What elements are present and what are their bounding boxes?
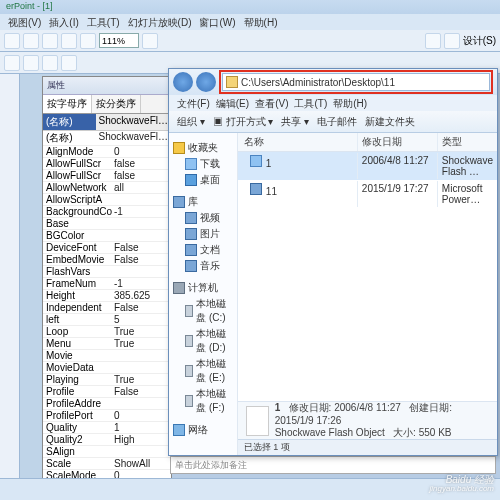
notes-pane[interactable]: 单击此处添加备注	[170, 456, 496, 474]
tab-categorized[interactable]: 按分类序	[92, 95, 141, 113]
property-row[interactable]: EmbedMovieFalse	[43, 254, 171, 266]
nav-item[interactable]: 本地磁盘 (F:)	[196, 387, 233, 415]
toolbar-button[interactable]	[142, 33, 158, 49]
music-icon	[185, 260, 197, 272]
nav-item[interactable]: 本地磁盘 (C:)	[196, 297, 233, 325]
file-list[interactable]: 12006/4/8 11:27Shockwave Flash …112015/1…	[238, 152, 497, 401]
toolbar-button[interactable]	[23, 33, 39, 49]
address-bar[interactable]: C:\Users\Administrator\Desktop\11	[222, 73, 490, 91]
label: 大小:	[393, 427, 416, 438]
property-row[interactable]: MenuTrue	[43, 338, 171, 350]
nav-item[interactable]: 桌面	[200, 173, 220, 187]
nav-favorites[interactable]: 收藏夹	[188, 141, 218, 155]
share-button[interactable]: 共享 ▾	[281, 115, 309, 129]
property-row[interactable]: AllowFullScrfalse	[43, 170, 171, 182]
zoom-combo[interactable]	[99, 33, 139, 48]
nav-libraries[interactable]: 库	[188, 195, 198, 209]
property-row[interactable]: ProfileFalse	[43, 386, 171, 398]
menu-item[interactable]: 帮助(H)	[333, 97, 367, 109]
file-row[interactable]: 112015/1/9 17:27Microsoft Power…	[238, 180, 497, 208]
property-row[interactable]: AllowScriptA	[43, 194, 171, 206]
toolbar-button[interactable]	[80, 33, 96, 49]
menu-item[interactable]: 查看(V)	[255, 97, 288, 109]
property-row[interactable]: DeviceFontFalse	[43, 242, 171, 254]
col-name[interactable]: 名称	[238, 133, 358, 151]
col-type[interactable]: 类型	[438, 133, 497, 151]
openwith-button[interactable]: ▣ 打开方式 ▾	[213, 115, 274, 129]
menu-item[interactable]: 帮助(H)	[242, 16, 280, 28]
menu-item[interactable]: 文件(F)	[177, 97, 210, 109]
property-row[interactable]: FlashVars	[43, 266, 171, 278]
file-row[interactable]: 12006/4/8 11:27Shockwave Flash …	[238, 152, 497, 180]
property-row[interactable]: ScaleShowAll	[43, 458, 171, 470]
back-button[interactable]	[173, 72, 193, 92]
toolbar-button[interactable]	[4, 33, 20, 49]
property-row[interactable]: PlayingTrue	[43, 374, 171, 386]
property-row[interactable]: AlignMode0	[43, 146, 171, 158]
toolbar-button[interactable]	[42, 33, 58, 49]
nav-network[interactable]: 网络	[188, 423, 208, 437]
properties-list[interactable]: (名称)ShockwaveFl…AlignMode0AllowFullScrfa…	[43, 131, 171, 483]
menu-item[interactable]: 窗口(W)	[197, 16, 237, 28]
property-row[interactable]: LoopTrue	[43, 326, 171, 338]
menu-item[interactable]: 工具(T)	[85, 16, 122, 28]
document-icon	[185, 244, 197, 256]
nav-item[interactable]: 文档	[200, 243, 220, 257]
property-row[interactable]: left5	[43, 314, 171, 326]
property-row[interactable]: Base	[43, 218, 171, 230]
toolbar-button[interactable]	[444, 33, 460, 49]
nav-item[interactable]: 下载	[200, 157, 220, 171]
address-highlighted: C:\Users\Administrator\Desktop\11	[219, 70, 493, 94]
email-button[interactable]: 电子邮件	[317, 115, 357, 129]
organize-button[interactable]: 组织 ▾	[177, 115, 205, 129]
newfolder-button[interactable]: 新建文件夹	[365, 115, 415, 129]
toolbar-button[interactable]	[23, 55, 39, 71]
nav-item[interactable]: 视频	[200, 211, 220, 225]
detail-mdate: 2006/4/8 11:27	[334, 402, 401, 413]
col-date[interactable]: 修改日期	[358, 133, 438, 151]
toolbar-button[interactable]	[61, 55, 77, 71]
menu-item[interactable]: 工具(T)	[294, 97, 327, 109]
property-row[interactable]: AllowNetworkall	[43, 182, 171, 194]
property-row[interactable]: BGColor	[43, 230, 171, 242]
property-row[interactable]: SAlign	[43, 446, 171, 458]
disk-icon	[185, 305, 193, 317]
nav-item[interactable]: 本地磁盘 (D:)	[196, 327, 233, 355]
property-row[interactable]: (名称)ShockwaveFl…	[43, 131, 171, 146]
properties-title: 属性	[43, 77, 171, 95]
toolbar-button[interactable]	[42, 55, 58, 71]
explorer-titlebar[interactable]: C:\Users\Administrator\Desktop\11	[169, 69, 497, 95]
property-row[interactable]: MovieData	[43, 362, 171, 374]
design-button[interactable]: 设计(S)	[463, 34, 496, 48]
nav-item[interactable]: 图片	[200, 227, 220, 241]
file-columns-header[interactable]: 名称 修改日期 类型	[238, 133, 497, 152]
property-row[interactable]: FrameNum-1	[43, 278, 171, 290]
nav-item[interactable]: 本地磁盘 (E:)	[196, 357, 233, 385]
property-row[interactable]: Height385.625	[43, 290, 171, 302]
forward-button[interactable]	[196, 72, 216, 92]
property-row[interactable]: BackgroundCo-1	[43, 206, 171, 218]
toolbar-button[interactable]	[61, 33, 77, 49]
toolbar-button[interactable]	[425, 33, 441, 49]
toolbar-button[interactable]	[4, 55, 20, 71]
property-row[interactable]: ProfilePort0	[43, 410, 171, 422]
property-row[interactable]: Quality2High	[43, 434, 171, 446]
property-row[interactable]: Quality1	[43, 422, 171, 434]
property-row[interactable]: ProfileAddre	[43, 398, 171, 410]
menu-item[interactable]: 插入(I)	[47, 16, 80, 28]
tab-alphabetic[interactable]: 按字母序	[43, 95, 92, 113]
label: 创建日期:	[409, 402, 452, 413]
property-row[interactable]: Movie	[43, 350, 171, 362]
property-row[interactable]: IndependentFalse	[43, 302, 171, 314]
menu-item[interactable]: 幻灯片放映(D)	[126, 16, 194, 28]
property-row[interactable]: AllowFullScrfalse	[43, 158, 171, 170]
details-pane: 1 修改日期: 2006/4/8 11:27 创建日期: 2015/1/9 17…	[238, 401, 497, 439]
library-icon	[173, 196, 185, 208]
menu-item[interactable]: 编辑(E)	[216, 97, 249, 109]
nav-item[interactable]: 音乐	[200, 259, 220, 273]
menu-item[interactable]: 视图(V)	[6, 16, 43, 28]
explorer-nav-tree[interactable]: 收藏夹 下载 桌面 库 视频 图片 文档 音乐 计算机 本地磁盘 (C:) 本地…	[169, 133, 238, 455]
detail-kind: Shockwave Flash Object	[275, 427, 385, 438]
nav-computer[interactable]: 计算机	[188, 281, 218, 295]
slide-thumbnail-strip[interactable]	[0, 74, 20, 484]
